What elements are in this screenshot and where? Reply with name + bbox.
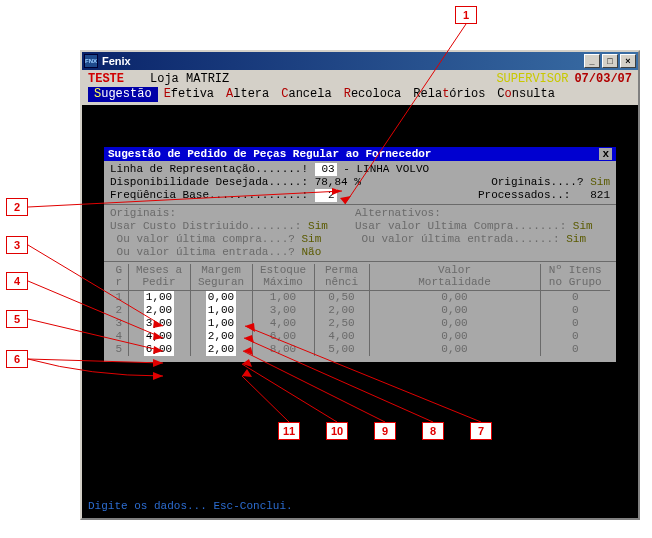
table-row: 56,002,008,005,000,000 xyxy=(110,343,610,356)
freq-value[interactable]: 2 xyxy=(315,189,337,202)
cell-meses[interactable]: 6,00 xyxy=(128,343,190,356)
app-window: FNX Fenix _ □ × TESTE Loja MATRIZ SUPERV… xyxy=(80,50,640,520)
cell-estoque: 6,00 xyxy=(252,330,314,343)
cell-gr: 3 xyxy=(110,317,128,330)
callout-10: 10 xyxy=(326,422,348,440)
alt-usar-v: Sim xyxy=(573,220,593,232)
app-icon: FNX xyxy=(84,54,98,68)
callout-1: 1 xyxy=(455,6,477,24)
role-label: SUPERVISOR xyxy=(496,72,574,87)
col-estoque: EstoqueMáximo xyxy=(252,264,314,291)
cell-estoque: 3,00 xyxy=(252,304,314,317)
callout-5: 5 xyxy=(6,310,28,328)
disp-label: Disponibilidade Desejada.....: xyxy=(110,176,308,189)
menu-consulta[interactable]: Consulta xyxy=(491,87,561,102)
cell-estoque: 1,00 xyxy=(252,291,314,305)
col-itens: Nº Itensno Grupo xyxy=(540,264,610,291)
linha-desc: - LINHA VOLVO xyxy=(343,163,429,175)
cell-margem[interactable]: 1,00 xyxy=(190,304,252,317)
col-gr: Gr xyxy=(110,264,128,291)
freq-label: Freqüência Base..............: xyxy=(110,189,308,202)
cell-meses[interactable]: 3,00 xyxy=(128,317,190,330)
panel-title: Sugestão de Pedido de Peças Regular ao F… xyxy=(104,147,616,161)
cell-perma: 0,50 xyxy=(314,291,369,305)
menu-sugestao[interactable]: Sugestão xyxy=(88,87,158,102)
col-margem: MargemSeguran xyxy=(190,264,252,291)
store-label: Loja MATRIZ xyxy=(150,72,229,87)
groups-table: Gr Meses aPedir MargemSeguran EstoqueMáx… xyxy=(110,264,610,356)
table-row: 11,000,001,000,500,000 xyxy=(110,291,610,305)
ou-entrada-v: Não xyxy=(301,246,321,258)
usar-custo-v: Sim xyxy=(308,220,328,232)
callout-6: 6 xyxy=(6,350,28,368)
alt-entrada-label: Ou valor última entrada......: xyxy=(362,233,560,245)
panel: Sugestão de Pedido de Peças Regular ao F… xyxy=(104,147,616,362)
table-row: 44,002,006,004,000,000 xyxy=(110,330,610,343)
cell-meses[interactable]: 4,00 xyxy=(128,330,190,343)
callout-11: 11 xyxy=(278,422,300,440)
proc-value: 821 xyxy=(590,189,610,201)
disp-value: 78,84 % xyxy=(315,176,361,189)
cell-valor: 0,00 xyxy=(369,330,540,343)
cell-valor: 0,00 xyxy=(369,343,540,356)
callout-9: 9 xyxy=(374,422,396,440)
cell-itens: 0 xyxy=(540,343,610,356)
terminal-area: Sugestão de Pedido de Peças Regular ao F… xyxy=(82,105,638,518)
callout-2: 2 xyxy=(6,198,28,216)
table-row: 33,001,004,002,500,000 xyxy=(110,317,610,330)
maximize-button[interactable]: □ xyxy=(602,54,618,68)
minimize-button[interactable]: _ xyxy=(584,54,600,68)
linha-code[interactable]: 03 xyxy=(315,163,337,176)
cell-margem[interactable]: 1,00 xyxy=(190,317,252,330)
callout-8: 8 xyxy=(422,422,444,440)
cell-meses[interactable]: 1,00 xyxy=(128,291,190,305)
cell-margem[interactable]: 2,00 xyxy=(190,330,252,343)
cell-perma: 4,00 xyxy=(314,330,369,343)
cell-itens: 0 xyxy=(540,317,610,330)
col-valor: ValorMortalidade xyxy=(369,264,540,291)
menu-cancela[interactable]: Cancela xyxy=(275,87,337,102)
titlebar[interactable]: FNX Fenix _ □ × xyxy=(82,52,638,70)
alt-entrada-v: Sim xyxy=(566,233,586,245)
cell-itens: 0 xyxy=(540,291,610,305)
cell-perma: 2,00 xyxy=(314,304,369,317)
ou-compra-label: Ou valor última compra....? xyxy=(117,233,295,245)
ou-entrada-label: Ou valor última entrada...? xyxy=(117,246,295,258)
cell-perma: 5,00 xyxy=(314,343,369,356)
cell-margem[interactable]: 2,00 xyxy=(190,343,252,356)
cell-itens: 0 xyxy=(540,304,610,317)
cell-margem[interactable]: 0,00 xyxy=(190,291,252,305)
cell-estoque: 4,00 xyxy=(252,317,314,330)
cell-meses[interactable]: 2,00 xyxy=(128,304,190,317)
table-row: 22,001,003,002,000,000 xyxy=(110,304,610,317)
alt-usar-label: Usar valor Ultima Compra.......: xyxy=(355,220,566,232)
callout-4: 4 xyxy=(6,272,28,290)
cell-valor: 0,00 xyxy=(369,317,540,330)
usar-custo-label: Usar Custo Distriuido.......: xyxy=(110,220,301,232)
cell-estoque: 8,00 xyxy=(252,343,314,356)
menubar: TESTE Loja MATRIZ SUPERVISOR 07/03/07 Su… xyxy=(82,70,638,105)
sec-originais: Originais: xyxy=(110,207,355,220)
env-label: TESTE xyxy=(88,72,134,87)
cell-valor: 0,00 xyxy=(369,291,540,305)
window-title: Fenix xyxy=(102,55,131,67)
sec-alternativos: Alternativos: xyxy=(355,207,441,220)
cell-gr: 4 xyxy=(110,330,128,343)
callout-7: 7 xyxy=(470,422,492,440)
proc-label: Processados..: xyxy=(478,189,570,201)
cell-gr: 5 xyxy=(110,343,128,356)
callout-3: 3 xyxy=(6,236,28,254)
cell-gr: 2 xyxy=(110,304,128,317)
menu-relatorios[interactable]: Relatórios xyxy=(407,87,491,102)
cell-itens: 0 xyxy=(540,330,610,343)
originais-value: Sim xyxy=(590,176,610,188)
menu-altera[interactable]: Altera xyxy=(220,87,275,102)
linha-label: Linha de Representação.......! xyxy=(110,163,308,175)
menu-efetiva[interactable]: Efetiva xyxy=(158,87,220,102)
cell-gr: 1 xyxy=(110,291,128,305)
originais-label: Originais....? xyxy=(491,176,583,188)
menu-recoloca[interactable]: Recoloca xyxy=(338,87,408,102)
close-button[interactable]: × xyxy=(620,54,636,68)
status-line: Digite os dados... Esc-Conclui. xyxy=(88,500,293,512)
panel-close-icon[interactable]: x xyxy=(599,148,612,160)
